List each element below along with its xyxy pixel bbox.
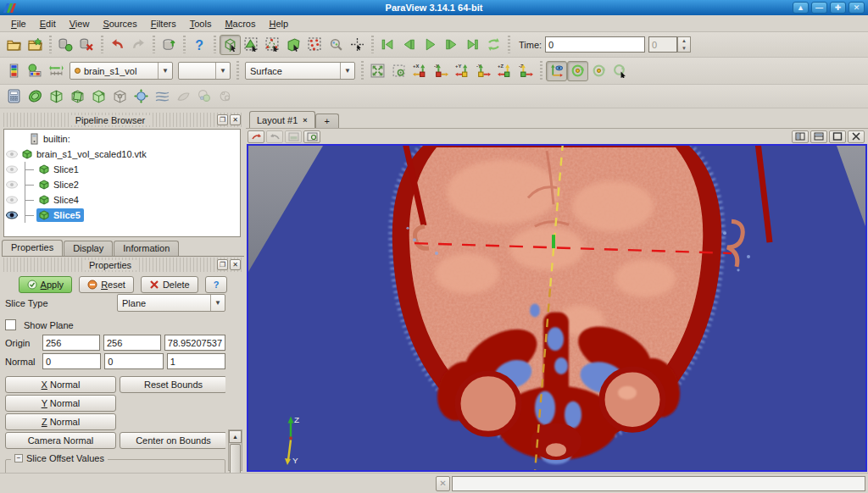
split-vertical-button[interactable] <box>810 130 827 143</box>
pipeline-item-source[interactable]: brain_s1_vol_scaled10.vtk <box>4 147 240 162</box>
pipeline-item-builtin[interactable]: builtin: <box>4 131 240 147</box>
warp-vector-filter-button[interactable] <box>173 86 194 107</box>
view-plus-y-button[interactable]: +Y <box>452 61 473 81</box>
green-center-marker[interactable] <box>552 235 555 248</box>
reset-camera-button[interactable] <box>367 61 388 81</box>
origin-x-input[interactable]: 256 <box>42 335 100 351</box>
frame-index-input[interactable]: 0 <box>648 36 677 53</box>
undo-button[interactable] <box>107 35 128 55</box>
pick-center-button[interactable] <box>588 61 609 81</box>
visibility-eye-icon[interactable] <box>6 165 18 174</box>
pipeline-item-slice1[interactable]: Slice1 <box>4 162 240 177</box>
menu-sources[interactable]: Sources <box>97 17 142 30</box>
close-layout-icon[interactable]: × <box>303 116 307 125</box>
view-minus-x-button[interactable]: -X <box>431 61 452 81</box>
auto-apply-button[interactable] <box>159 35 180 55</box>
extract-subset-filter-button[interactable] <box>109 86 131 107</box>
menu-tools[interactable]: Tools <box>184 17 218 30</box>
new-layout-tab[interactable]: + <box>315 114 339 128</box>
previous-frame-button[interactable] <box>398 35 420 55</box>
camera-undo-button[interactable] <box>248 130 264 143</box>
menu-view[interactable]: View <box>64 17 96 30</box>
slice-type-combobox[interactable]: Plane▼ <box>117 294 225 312</box>
glyph-filter-button[interactable] <box>131 86 152 107</box>
select-cells-on-button[interactable] <box>241 35 262 55</box>
normal-x-input[interactable]: 0 <box>42 353 101 369</box>
maximize-view-button[interactable] <box>829 130 846 143</box>
float-panel-button[interactable]: ❐ <box>217 259 228 270</box>
normal-y-input[interactable]: 0 <box>104 353 163 369</box>
select-points-on-button[interactable] <box>262 35 283 55</box>
render-view[interactable]: Z Y <box>247 144 867 472</box>
menu-edit[interactable]: Edit <box>34 17 62 30</box>
menu-file[interactable]: File <box>5 17 32 30</box>
close-panel-button[interactable]: ✕ <box>230 114 241 125</box>
view-minus-y-button[interactable]: -Y <box>473 61 494 81</box>
scroll-up-icon[interactable]: ▲ <box>229 430 242 443</box>
camera-redo-button[interactable] <box>266 130 283 143</box>
tab-information[interactable]: Information <box>114 241 179 256</box>
threshold-filter-button[interactable] <box>88 86 109 107</box>
normal-z-input[interactable]: 1 <box>167 353 225 369</box>
toggle-lookmark-button[interactable] <box>285 130 302 143</box>
view-plus-z-button[interactable]: +Z <box>494 61 515 81</box>
camera-normal-button[interactable]: Camera Normal <box>5 432 116 449</box>
representation-combobox[interactable]: Surface▼ <box>245 62 355 80</box>
maximize-button[interactable]: ✚ <box>830 2 846 14</box>
reset-center-button[interactable] <box>609 61 631 81</box>
menu-macros[interactable]: Macros <box>219 17 261 30</box>
view-minus-z-button[interactable]: -Z <box>515 61 537 81</box>
visibility-eye-icon[interactable] <box>6 196 18 204</box>
save-data-button[interactable] <box>25 35 46 55</box>
extract-group-filter-button[interactable] <box>215 86 236 107</box>
menu-help[interactable]: Help <box>263 17 294 30</box>
show-plane-checkbox[interactable] <box>5 319 16 330</box>
slice-filter-button[interactable] <box>67 86 88 107</box>
stream-tracer-filter-button[interactable] <box>152 86 173 107</box>
select-cells-through-button[interactable] <box>283 35 304 55</box>
first-frame-button[interactable] <box>377 35 398 55</box>
open-file-button[interactable] <box>3 35 25 55</box>
visibility-eye-icon[interactable] <box>6 180 18 189</box>
zoom-to-data-button[interactable] <box>388 61 409 81</box>
z-normal-button[interactable]: Z Normal <box>5 413 116 430</box>
disconnect-server-button[interactable] <box>76 35 97 55</box>
frame-index-stepper[interactable]: ▲▼ <box>677 36 691 53</box>
group-datasets-filter-button[interactable] <box>194 86 215 107</box>
abort-progress-button[interactable]: ✕ <box>436 476 450 491</box>
close-button[interactable]: ✕ <box>849 2 865 14</box>
tab-display[interactable]: Display <box>64 241 113 256</box>
menu-filters[interactable]: Filters <box>145 17 182 30</box>
connect-server-button[interactable] <box>55 35 76 55</box>
visibility-eye-icon[interactable] <box>6 211 18 219</box>
pipeline-item-slice2[interactable]: Slice2 <box>4 177 240 192</box>
toggle-color-legend-button[interactable] <box>3 61 25 81</box>
pipeline-item-slice5[interactable]: Slice5 <box>4 208 240 223</box>
calculator-filter-button[interactable] <box>3 86 25 107</box>
show-orientation-axes-button[interactable] <box>546 61 567 81</box>
collapse-group-icon[interactable]: − <box>14 454 23 463</box>
last-frame-button[interactable] <box>462 35 483 55</box>
select-points-through-button[interactable] <box>304 35 326 55</box>
origin-y-input[interactable]: 256 <box>103 335 161 351</box>
x-normal-button[interactable]: X Normal <box>5 376 116 393</box>
contour-filter-button[interactable] <box>25 86 46 107</box>
help-button[interactable]: ? <box>189 35 210 55</box>
interaction-mode-button[interactable] <box>220 35 241 55</box>
minimize-button[interactable]: — <box>811 2 827 14</box>
clip-filter-button[interactable] <box>46 86 67 107</box>
component-combobox[interactable]: ▼ <box>178 62 231 80</box>
pick-button[interactable] <box>347 35 368 55</box>
float-panel-button[interactable]: ❐ <box>217 114 228 125</box>
visibility-eye-icon[interactable] <box>6 150 18 158</box>
view-plus-x-button[interactable]: +X <box>409 61 431 81</box>
close-panel-button[interactable]: ✕ <box>230 259 241 270</box>
capture-view-button[interactable] <box>303 130 320 143</box>
center-on-bounds-button[interactable]: Center on Bounds <box>120 432 225 449</box>
edit-color-map-button[interactable] <box>25 61 46 81</box>
time-input[interactable]: 0 <box>545 36 645 53</box>
close-view-button[interactable] <box>848 130 865 143</box>
show-center-of-rotation-button[interactable] <box>567 61 588 81</box>
reset-bounds-button[interactable]: Reset Bounds <box>120 376 225 393</box>
next-frame-button[interactable] <box>441 35 462 55</box>
